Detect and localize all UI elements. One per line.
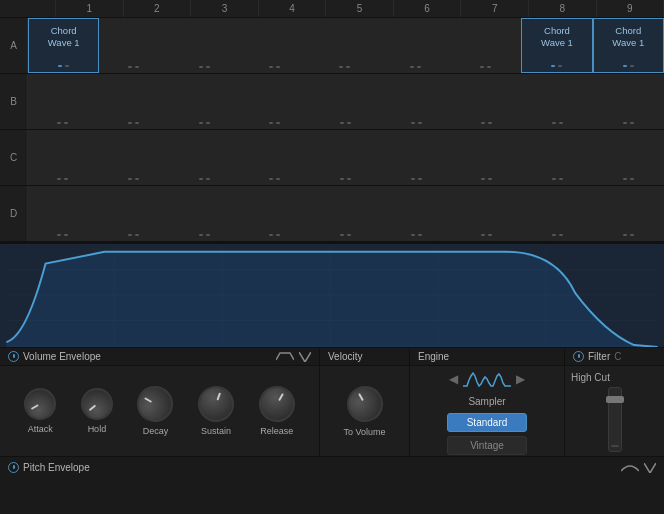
cell-b4[interactable] [240, 74, 311, 129]
cell-a3[interactable] [170, 18, 240, 73]
decay-knob[interactable] [131, 379, 180, 428]
cell-b2-dots [99, 122, 169, 124]
cell-d3[interactable] [169, 186, 240, 241]
sustain-knob[interactable] [193, 381, 239, 427]
cell-b7[interactable] [452, 74, 523, 129]
cell-c5-dots [311, 178, 381, 180]
filter-panel: High Cut [565, 366, 664, 456]
cell-c5[interactable] [311, 130, 382, 185]
cell-a5-dots [310, 66, 379, 68]
cell-d4[interactable] [240, 186, 311, 241]
cell-c1-dots [28, 178, 98, 180]
filter-header: Filter C [565, 348, 664, 365]
cell-d4-dots [240, 234, 310, 236]
col-header-5: 5 [326, 0, 394, 17]
engine-vintage-btn[interactable]: Vintage [447, 436, 527, 455]
vol-env-icon1[interactable] [276, 352, 294, 362]
hold-label: Hold [88, 424, 107, 434]
cell-c2[interactable] [99, 130, 170, 185]
panels-content-row: Attack Hold Decay Sustain Release To Vol [0, 366, 664, 456]
grid-row-a: A ChordWave 1 [0, 18, 664, 74]
engine-modes: Standard Vintage [447, 413, 527, 455]
filter-label: High Cut [571, 372, 610, 383]
cell-b5[interactable] [311, 74, 382, 129]
cell-b2[interactable] [99, 74, 170, 129]
knob-group-decay: Decay [137, 386, 173, 436]
cell-a8-dots [522, 65, 591, 67]
cell-d2[interactable] [99, 186, 170, 241]
cell-d5[interactable] [311, 186, 382, 241]
engine-prev-icon[interactable]: ◀ [449, 372, 458, 386]
col-header-3: 3 [191, 0, 259, 17]
vol-env-power[interactable] [8, 351, 19, 362]
cell-d6[interactable] [381, 186, 452, 241]
knob-group-sustain: Sustain [198, 386, 234, 436]
cell-a9[interactable]: ChordWave 1 [593, 18, 664, 73]
cell-a8[interactable]: ChordWave 1 [521, 18, 592, 73]
cell-a4[interactable] [240, 18, 310, 73]
grid-cells-a: ChordWave 1 [28, 18, 664, 73]
cell-c6[interactable] [381, 130, 452, 185]
cell-a1-dots [29, 65, 98, 67]
pitch-env-title: Pitch Envelope [23, 462, 90, 473]
cell-c6-dots [381, 178, 451, 180]
vol-env-title: Volume Envelope [23, 351, 101, 362]
cell-c9-dots [593, 178, 663, 180]
panel-headers-row: Volume Envelope Velocity Engine Filter [0, 348, 664, 366]
cell-d7[interactable] [452, 186, 523, 241]
col-header-9: 9 [597, 0, 665, 17]
hold-knob[interactable] [74, 381, 119, 426]
engine-header: Engine [410, 348, 565, 365]
cell-a8-label: ChordWave 1 [522, 25, 591, 50]
engine-display: ◀ ▶ [449, 368, 525, 390]
cell-c8[interactable] [523, 130, 594, 185]
pitch-env-icon2[interactable] [644, 463, 656, 473]
pitch-env-icon1[interactable] [621, 463, 639, 473]
cell-b6[interactable] [381, 74, 452, 129]
pitch-env-power[interactable] [8, 462, 19, 473]
velocity-knob[interactable] [340, 379, 389, 428]
pitch-env-icons [621, 463, 656, 473]
cell-b3[interactable] [169, 74, 240, 129]
cell-d1[interactable] [28, 186, 99, 241]
cell-c9[interactable] [593, 130, 664, 185]
cell-c7[interactable] [452, 130, 523, 185]
row-label-d: D [0, 186, 28, 241]
filter-slider[interactable] [608, 387, 622, 452]
cell-b5-dots [311, 122, 381, 124]
cell-a5[interactable] [310, 18, 380, 73]
cell-c3[interactable] [169, 130, 240, 185]
sustain-label: Sustain [201, 426, 231, 436]
col-header-1: 1 [56, 0, 124, 17]
vol-env-icon2[interactable] [299, 352, 311, 362]
envelope-graph [0, 243, 664, 348]
attack-knob[interactable] [18, 382, 62, 426]
cell-a2[interactable] [99, 18, 169, 73]
cell-a9-dots [594, 65, 663, 67]
cell-b1[interactable] [28, 74, 99, 129]
engine-waveform [463, 368, 511, 390]
engine-standard-btn[interactable]: Standard [447, 413, 527, 432]
release-knob[interactable] [252, 379, 301, 428]
cell-d9[interactable] [593, 186, 664, 241]
velocity-knob-label: To Volume [343, 427, 385, 437]
decay-label: Decay [143, 426, 169, 436]
grid-rows: A ChordWave 1 [0, 18, 664, 242]
cell-b4-dots [240, 122, 310, 124]
cell-a1[interactable]: ChordWave 1 [28, 18, 99, 73]
filter-power[interactable] [573, 351, 584, 362]
cell-b8[interactable] [523, 74, 594, 129]
grid-row-c: C [0, 130, 664, 186]
engine-next-icon[interactable]: ▶ [516, 372, 525, 386]
cell-a6[interactable] [381, 18, 451, 73]
envelope-svg [0, 244, 664, 347]
cell-b1-dots [28, 122, 98, 124]
attack-label: Attack [28, 424, 53, 434]
cell-c4[interactable] [240, 130, 311, 185]
cell-c8-dots [523, 178, 593, 180]
engine-title: Engine [418, 351, 449, 362]
cell-b9[interactable] [593, 74, 664, 129]
cell-d8[interactable] [523, 186, 594, 241]
cell-c1[interactable] [28, 130, 99, 185]
cell-a7[interactable] [451, 18, 521, 73]
